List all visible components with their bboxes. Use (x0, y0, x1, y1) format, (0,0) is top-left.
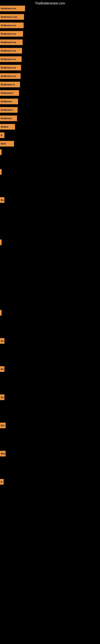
bar-item: Bottleneck res (0, 31, 23, 37)
bar-item: Bo (0, 394, 4, 400)
bar-item: Bott (0, 451, 6, 456)
bar-item: Bottl (0, 141, 14, 146)
bar-item: B (0, 132, 4, 138)
bar-label: Bottleneck (0, 116, 17, 121)
bar-item: Bottleneck res (0, 22, 24, 28)
bar-label: Bottleneck res (0, 65, 21, 70)
bar-label: Bo (0, 394, 4, 400)
bar-label: Bottleneck res (0, 22, 24, 28)
bar-item: Bot (0, 422, 6, 428)
bar-label (0, 149, 1, 155)
bar-item (0, 310, 1, 316)
bar-label: Bottleneck (0, 98, 18, 104)
bar-label: Bo (0, 197, 4, 203)
bar-label: Bo (0, 366, 4, 372)
bar-item: Bottleneck re (0, 82, 20, 87)
bar-label: B (0, 132, 4, 138)
bar-item: Bottleneck res (0, 56, 22, 62)
bar-item: Bo (0, 366, 4, 372)
bar-label: Bottleneck res (0, 48, 22, 54)
bar-label: Bottleneck res (0, 73, 21, 79)
bar-item: Bottleneck res (0, 48, 22, 54)
bar-item: Bottleneck resu (0, 14, 24, 20)
bar-label: Bot (0, 422, 6, 428)
bar-label (0, 310, 1, 316)
bar-item: Bo (0, 338, 4, 344)
bar-item: Bottleneck (0, 98, 18, 104)
bar-label: Bottleneck res (0, 40, 23, 45)
bar-label: Bottleneck r (0, 107, 18, 113)
bar-label: B (0, 479, 3, 484)
bar-item: Bottleneck res (0, 40, 23, 45)
bar-label: Bottleneck r (0, 90, 19, 96)
bar-item: Bo (0, 197, 4, 203)
bar-item: Bottleneck res (0, 6, 25, 11)
bar-item: B (0, 479, 3, 484)
bar-item: Bottlen (0, 124, 15, 130)
bar-item: Bottleneck r (0, 107, 18, 113)
bar-item (0, 149, 1, 155)
bar-item: Bottleneck res (0, 65, 21, 70)
bar-label: Bottleneck resu (0, 14, 24, 20)
bar-label: Bottleneck res (0, 56, 22, 62)
bar-label: Bottleneck res (0, 6, 25, 11)
bar-label: Bottleneck res (0, 31, 23, 37)
bar-item (0, 240, 1, 245)
bar-label: Bottleneck re (0, 82, 20, 87)
bar-label (0, 240, 1, 245)
bar-item: Bottleneck res (0, 73, 21, 79)
bar-label: Bott (0, 451, 6, 456)
bar-label: Bo (0, 338, 4, 344)
bar-item: Bottleneck (0, 116, 17, 121)
bar-label: Bottlen (0, 124, 15, 130)
bar-item (0, 169, 1, 175)
bar-label: Bottl (0, 141, 14, 146)
bar-label (0, 169, 1, 175)
bar-item: Bottleneck r (0, 90, 19, 96)
